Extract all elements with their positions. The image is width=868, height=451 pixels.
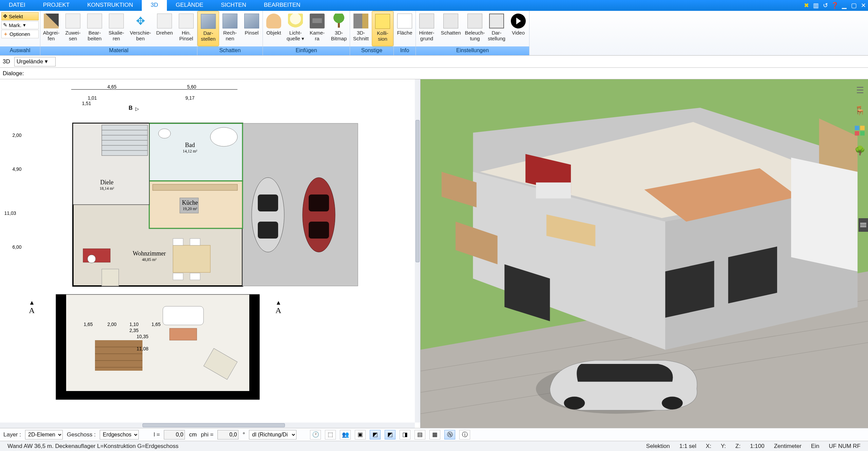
maximize-button[interactable]: ▢ [849,0,859,11]
kollision-button[interactable]: Kolli- sion [372,11,393,46]
beleuchtung-button[interactable]: Beleuch- tung [464,11,486,46]
zuweisen-button[interactable]: Zuwei- sen [62,11,84,46]
hintergrund-button[interactable]: Hinter- grund [416,11,438,46]
calc-icon [223,14,237,28]
svg-rect-14 [258,222,278,239]
svg-text:▲: ▲ [275,299,282,306]
view-3d[interactable]: ☰ 🪑 🌳 [421,79,868,428]
bearbeiten-button[interactable]: Bear- beiten [84,11,105,46]
grid-icon[interactable]: ▦ [429,430,440,439]
info-icon[interactable]: ⓘ [459,430,470,439]
svg-text:1,65: 1,65 [83,322,93,327]
l-label: l = [154,431,160,438]
objekt-button[interactable]: Objekt [263,11,285,46]
close-button[interactable]: ✕ [859,0,868,11]
tool-icon-3[interactable]: ↺ [821,0,830,11]
bg-icon [419,14,434,28]
tree-view-icon[interactable]: 🌳 [854,145,865,156]
menu-tab-konstruktion[interactable]: KONSTRUKTION [78,0,142,11]
kamera-button[interactable]: Kame- ra [306,11,328,46]
outdoor-sofa-icon [163,306,204,325]
ribbon-group-auswahl: ✥Selekt ✎Mark. ▾ ＋Optionen Auswahl [0,11,40,55]
chair-icon [266,14,281,28]
selekt-button[interactable]: ✥Selekt [1,12,39,20]
side-panel-toggle[interactable] [859,218,868,232]
lighting-icon [467,14,482,28]
svg-text:6,00: 6,00 [12,244,21,250]
menu-tab-datei[interactable]: DATEI [0,0,34,11]
context-bar: 3D Urgelände ▾ [0,56,868,68]
tool-icon-2[interactable]: ▥ [811,0,821,11]
menu-tab-bearbeiten[interactable]: BEARBEITEN [255,0,309,11]
svg-point-53 [564,397,585,410]
floorplan-canvas[interactable]: 4,65 5,60 9,17 1,01 1,51 B ▷ [0,79,414,415]
persons-icon[interactable]: 👥 [340,430,351,439]
svg-rect-17 [309,222,329,239]
room-kueche-area: 19,20 m² [183,206,197,211]
svg-text:10,35: 10,35 [136,334,148,339]
view-tools: ☰ 🪑 🌳 [853,85,867,156]
room-kueche-name: Küche [182,199,198,206]
terrain-dropdown[interactable]: Urgelände ▾ [14,57,56,66]
abgreifen-button[interactable]: Abgrei- fen [40,11,62,46]
help-icon[interactable]: ❓ [830,0,840,11]
ribbon-group-info: Fläche Info [394,11,416,55]
color-palette-icon[interactable] [855,125,865,136]
minimize-button[interactable]: ▁ [840,0,849,11]
coffee-table-icon [102,269,119,286]
status-selektion: Selektion [641,443,675,450]
svg-rect-19 [249,294,259,399]
hin-pinsel-button[interactable]: Hin. Pinsel [175,11,197,46]
darstellung-button[interactable]: Dar- stellung [486,11,507,46]
counter-icon [153,184,237,190]
status-unit: Zentimeter [769,443,806,450]
layer-label: Layer : [3,431,21,438]
display-icon [489,14,504,28]
eyedropper-icon [44,14,59,28]
phi-input[interactable] [217,430,238,439]
svg-text:2,00: 2,00 [12,132,21,138]
globe-icon[interactable]: ⬚ [325,430,336,439]
layer-dropdown[interactable]: 2D-Elemen [25,430,63,439]
menu-tab-projekt[interactable]: PROJEKT [34,0,78,11]
chair-view-icon[interactable]: 🪑 [854,105,865,116]
toggle-1-icon[interactable]: ◩ [370,430,381,439]
room-bad-area: 14,12 m² [183,149,197,153]
direction-dropdown[interactable]: dl (Richtung/Di [249,430,296,439]
status-y: Y: [716,443,731,450]
geschoss-dropdown[interactable]: Erdgeschos [100,430,139,439]
north-icon[interactable]: Ⓝ [444,430,455,439]
toggle-2-icon[interactable]: ◩ [385,430,396,439]
copy-icon[interactable]: ▣ [355,430,366,439]
room-bad-name: Bad [185,142,195,148]
verschieben-button[interactable]: ✥Verschie- ben [127,11,154,46]
render-canvas[interactable] [421,79,868,428]
clock-icon[interactable]: 🕐 [310,430,321,439]
scroll-vertical[interactable] [415,79,420,423]
svg-rect-13 [258,194,278,211]
schatten-opt-button[interactable]: Schatten [438,11,464,46]
layers-icon[interactable]: ☰ [854,85,865,96]
rechnen-button[interactable]: Rech- nen [219,11,241,46]
scroll-horizontal[interactable] [0,423,415,428]
layers2-icon[interactable]: ▤ [414,430,425,439]
lichtquelle-button[interactable]: Licht- quelle ▾ [285,11,306,46]
menu-tab-3d[interactable]: 3D [142,0,167,11]
plan-2d-view[interactable]: 4,65 5,60 9,17 1,01 1,51 B ▷ [0,79,421,428]
toggle-3-icon[interactable]: ◨ [400,430,410,439]
skalieren-button[interactable]: Skalie- ren [105,11,127,46]
flaeche-button[interactable]: Fläche [394,11,416,46]
pinsel-button[interactable]: Pinsel [241,11,263,46]
deck-boards-icon [95,340,142,371]
menu-tab-sichten[interactable]: SICHTEN [212,0,255,11]
menu-tab-gelaende[interactable]: GELÄNDE [167,0,212,11]
mark-button[interactable]: ✎Mark. ▾ [1,21,39,29]
3d-bitmap-button[interactable]: 3D- Bitmap [328,11,350,46]
tool-icon-1[interactable]: ✖ [802,0,811,11]
3d-schnitt-button[interactable]: 3D- Schnitt [350,11,372,46]
drehen-button[interactable]: Drehen [154,11,175,46]
video-button[interactable]: Video [507,11,529,46]
darstellen-button[interactable]: Dar- stellen [197,11,219,46]
l-input[interactable] [164,430,185,439]
optionen-button[interactable]: ＋Optionen [1,30,39,38]
